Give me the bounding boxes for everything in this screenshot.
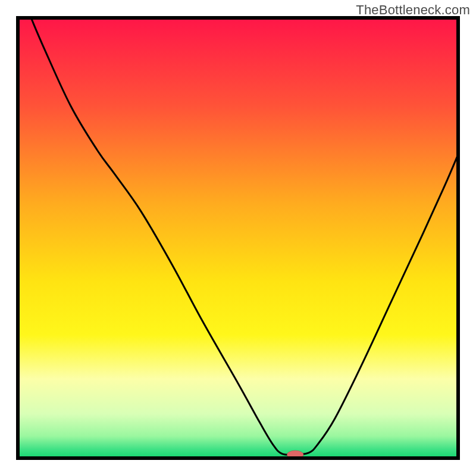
plot-background — [18, 18, 458, 458]
chart-svg — [0, 0, 476, 476]
watermark-text: TheBottleneck.com — [356, 2, 470, 18]
chart-container: TheBottleneck.com — [0, 0, 476, 476]
